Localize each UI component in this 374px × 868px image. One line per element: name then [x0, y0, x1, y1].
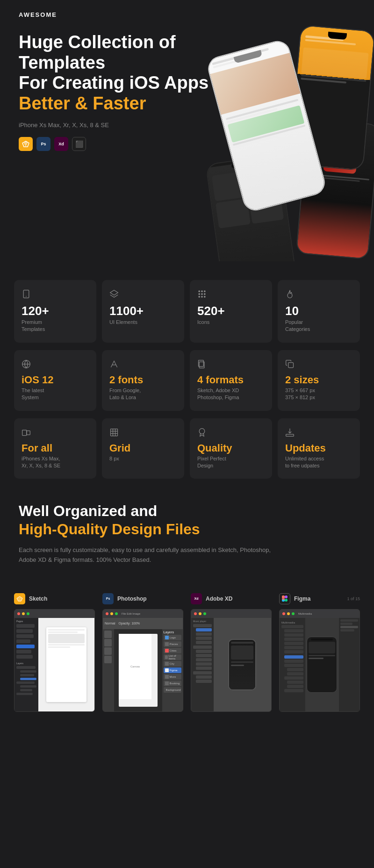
svg-rect-22	[111, 429, 118, 436]
phone-icon	[22, 289, 89, 301]
svg-point-8	[199, 294, 200, 295]
header: AWESOME	[0, 0, 374, 18]
extra-value-grid: Grid	[109, 443, 177, 453]
download-icon	[285, 428, 352, 439]
figma-col: Figma 1 of 15 Multimedia Multimedia	[279, 593, 360, 712]
stats-section: 120+ PremiumTemplates 1100+ UI Elements …	[0, 261, 374, 343]
svg-rect-19	[288, 362, 294, 367]
figma-tool-label: Figma	[294, 595, 310, 602]
svg-rect-28	[286, 434, 294, 436]
svg-rect-31	[285, 595, 288, 598]
feature-label-fonts: From Google,Lato & Lora	[109, 387, 177, 402]
svg-point-33	[285, 599, 288, 602]
svg-point-7	[204, 291, 206, 292]
grid-icon	[197, 289, 265, 301]
stat-value-icons: 520+	[197, 305, 265, 317]
devices-icon	[22, 428, 89, 439]
feature-card-fonts: 2 fonts From Google,Lato & Lora	[102, 350, 184, 411]
extra-label-quality: Pixel PerfectDesign	[197, 455, 265, 470]
feature-card-formats: 4 formats Sketch, Adobe XDPhotoshop, Fig…	[190, 350, 272, 411]
stat-card-ui: 1100+ UI Elements	[102, 280, 184, 343]
svg-marker-4	[110, 290, 118, 295]
logo: AWESOME	[19, 11, 355, 18]
flame-icon	[285, 289, 352, 301]
extra-value-forall: For all	[22, 443, 89, 453]
sketch-tool-label: Sketch	[29, 595, 47, 602]
extra-value-updates: Updates	[285, 443, 352, 453]
stats-grid: 120+ PremiumTemplates 1100+ UI Elements …	[14, 280, 360, 343]
stat-card-templates: 120+ PremiumTemplates	[14, 280, 96, 343]
ps-tool-label: Photoshop	[117, 595, 147, 602]
svg-point-27	[199, 428, 205, 434]
stat-value-templates: 120+	[22, 305, 89, 317]
svg-rect-34	[282, 597, 285, 600]
feature-label-sizes: 375 × 667 px375 × 812 px	[285, 387, 352, 402]
figma-icon: ⬛	[72, 137, 86, 151]
extra-label-grid: 8 px	[109, 455, 177, 462]
extra-card-updates: Updates Unlimited accessto free udpates	[278, 418, 360, 479]
extra-value-quality: Quality	[197, 443, 265, 453]
stat-label-ui: UI Elements	[109, 319, 177, 326]
extras-section: For all iPhones Xs Max,Xr, X, Xs, 8 & SE…	[0, 411, 374, 479]
globe-icon	[22, 359, 89, 371]
ps-col: Ps Photoshop File Edit Image NormalOpaci…	[102, 593, 183, 712]
svg-point-9	[201, 294, 203, 295]
photoshop-icon: Ps	[36, 137, 50, 151]
xd-tool-label: Adobe XD	[206, 595, 232, 602]
organized-description: Each screen is fully customizable, easy …	[19, 545, 280, 565]
feature-card-sizes: 2 sizes 375 × 667 px375 × 812 px	[278, 350, 360, 411]
feature-label-ios: The latestSystem	[22, 387, 89, 402]
extra-label-forall: iPhones Xs Max,Xr, X, Xs, 8 & SE	[22, 455, 89, 470]
figma-label-row: Figma 1 of 15	[279, 593, 360, 604]
hero-title: Huge Collection of Templates For Creatin…	[19, 32, 215, 114]
stat-card-icons: 520+ Icons	[190, 280, 272, 343]
extra-card-grid: Grid 8 px	[102, 418, 184, 479]
svg-point-6	[201, 291, 203, 292]
svg-point-5	[199, 291, 200, 292]
xd-col: Xd Adobe XD Music player	[191, 593, 272, 712]
svg-rect-21	[27, 430, 30, 434]
sketch-badge	[14, 593, 25, 604]
organized-title: Well Organized and High-Quality Design F…	[19, 502, 355, 538]
xd-badge: Xd	[191, 593, 202, 604]
font-icon	[109, 359, 177, 371]
svg-point-10	[204, 294, 206, 295]
stat-card-categories: 10 PopularCategories	[278, 280, 360, 343]
ps-label-row: Ps Photoshop	[102, 593, 183, 604]
tools-row: Sketch Pages Layers	[0, 593, 374, 712]
features-grid: iOS 12 The latestSystem 2 fonts From Goo…	[14, 350, 360, 411]
sketch-icon	[19, 137, 33, 151]
stat-value-ui: 1100+	[109, 305, 177, 317]
svg-rect-20	[22, 430, 27, 436]
xd-label-row: Xd Adobe XD	[191, 593, 272, 604]
organized-section: Well Organized and High-Quality Design F…	[0, 479, 374, 579]
stat-value-categories: 10	[285, 305, 352, 317]
svg-point-11	[199, 296, 200, 298]
adobexd-icon: Xd	[54, 137, 68, 151]
award-icon	[197, 428, 265, 439]
figma-badge	[279, 593, 290, 604]
ps-badge: Ps	[102, 593, 114, 604]
extra-card-forall: For all iPhones Xs Max,Xr, X, Xs, 8 & SE	[14, 418, 96, 479]
extras-grid: For all iPhones Xs Max,Xr, X, Xs, 8 & SE…	[14, 418, 360, 479]
extra-card-quality: Quality Pixel PerfectDesign	[190, 418, 272, 479]
stat-label-icons: Icons	[197, 319, 265, 326]
extra-label-updates: Unlimited accessto free udpates	[285, 455, 352, 470]
svg-point-12	[201, 296, 203, 298]
feature-card-ios: iOS 12 The latestSystem	[14, 350, 96, 411]
feature-value-fonts: 2 fonts	[109, 375, 177, 385]
copy-icon	[285, 359, 352, 371]
figma-mockup: Multimedia Multimedia	[279, 609, 360, 712]
stat-label-templates: PremiumTemplates	[22, 319, 89, 333]
features-section: iOS 12 The latestSystem 2 fonts From Goo…	[0, 343, 374, 411]
xd-mockup: Music player	[191, 609, 272, 712]
svg-marker-29	[17, 596, 22, 601]
layers-icon	[109, 289, 177, 301]
feature-label-formats: Sketch, Adobe XDPhotoshop, Figma	[197, 387, 265, 402]
feature-value-ios: iOS 12	[22, 375, 89, 385]
grid2-icon	[109, 428, 177, 439]
sketch-label-row: Sketch	[14, 593, 95, 604]
feature-value-formats: 4 formats	[197, 375, 265, 385]
svg-point-13	[204, 296, 206, 298]
sketch-col: Sketch Pages Layers	[14, 593, 95, 712]
